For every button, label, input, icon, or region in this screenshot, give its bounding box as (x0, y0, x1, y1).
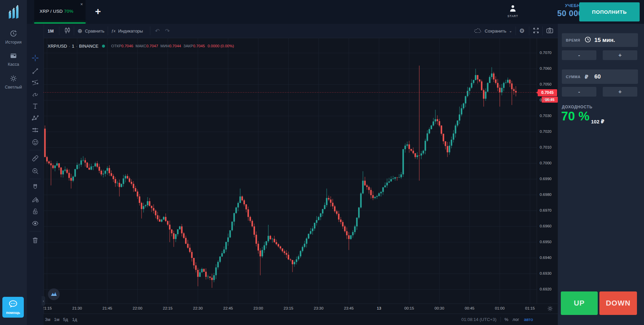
brush-tool[interactable] (30, 90, 41, 99)
up-button[interactable]: UP (561, 291, 598, 315)
range-3m-button[interactable]: 3м (45, 317, 50, 322)
hide-drawings-tool[interactable] (30, 219, 41, 229)
price-tick-label: 0.6980 (540, 193, 551, 197)
amount-plus-button[interactable]: + (603, 87, 637, 97)
zoom-in-tool[interactable] (30, 167, 41, 176)
sidebar-item-history[interactable]: История (0, 30, 27, 45)
candle (217, 260, 219, 270)
redo-button[interactable]: ↷ (165, 24, 170, 38)
candle (109, 165, 110, 176)
candle (93, 166, 94, 170)
chart-toolbar: 1M ⊕ Сравнить ƒx Индикаторы ↶ ↷ (44, 24, 558, 38)
save-layout-button[interactable]: Сохранить ⌄ (474, 24, 512, 38)
watermark-logo-button[interactable] (48, 288, 60, 300)
candle (151, 206, 153, 212)
indicators-button[interactable]: ƒx Индикаторы (111, 24, 143, 38)
candle (304, 241, 306, 248)
candle (264, 242, 265, 253)
remove-drawings-tool[interactable] (30, 236, 41, 246)
candle (159, 216, 161, 222)
time-plus-button[interactable]: + (603, 50, 637, 60)
time-axis[interactable]: 21:1521:3021:4522:0022:1522:3022:4523:00… (44, 304, 558, 314)
amount-minus-button[interactable]: - (562, 87, 596, 97)
candle (360, 192, 362, 209)
price-tick-label: 0.7050 (540, 82, 551, 86)
toolbar-separator (516, 26, 516, 35)
expiry-time-field[interactable]: ВРЕМЯ 15 мин. (562, 33, 638, 47)
candle (501, 84, 503, 96)
candle (310, 228, 312, 235)
candle (62, 170, 64, 177)
candle (340, 217, 342, 224)
legend-symbol[interactable]: XRP/USD (48, 44, 67, 49)
candle (181, 224, 183, 236)
account-avatar[interactable]: START (507, 4, 519, 18)
candle (402, 149, 404, 177)
compare-button[interactable]: ⊕ Сравнить (77, 24, 104, 38)
chart-style-button[interactable] (64, 24, 71, 38)
price-tick-label: 0.7000 (540, 161, 551, 165)
clock-utc[interactable]: 01:08:14 (UTC+3) (443, 317, 496, 322)
pattern-tool[interactable] (30, 114, 41, 123)
candle (491, 67, 493, 79)
magnet-icon (32, 183, 39, 192)
candle (445, 141, 446, 150)
text-icon (32, 102, 39, 111)
candle (231, 221, 233, 231)
price-axis[interactable]: 0.7045 00:45 0.70700.70600.70500.70400.7… (537, 38, 558, 304)
candle (455, 124, 457, 138)
candle (431, 125, 432, 129)
brand-logo-icon[interactable] (6, 3, 21, 21)
candle (187, 240, 189, 249)
candle (394, 177, 396, 180)
candle (227, 233, 229, 246)
screenshot-button[interactable] (546, 24, 553, 38)
trend-line-tool[interactable] (30, 67, 41, 76)
sidebar-item-theme[interactable]: Светлый (0, 74, 27, 90)
amount-field[interactable]: СУММА ₽ 60 (562, 69, 638, 84)
candle (282, 248, 283, 253)
session-sun-icon[interactable] (547, 306, 553, 313)
legend-exchange: BINANCE (79, 44, 99, 49)
candle (191, 250, 193, 261)
candle (87, 162, 88, 168)
crosshair-tool[interactable] (30, 54, 41, 63)
help-button[interactable]: помощь (2, 297, 24, 318)
gann-fib-tool[interactable] (30, 78, 41, 88)
undo-button[interactable]: ↶ (155, 24, 160, 38)
measure-tool[interactable] (30, 154, 41, 164)
eye-icon (32, 220, 39, 228)
candle (316, 216, 318, 225)
range-5d-button[interactable]: 5д (63, 317, 68, 322)
deposit-button[interactable]: ПОПОЛНИТЬ (579, 2, 640, 21)
add-asset-button[interactable]: + (91, 3, 105, 19)
time-minus-button[interactable]: - (562, 50, 596, 60)
candle (76, 163, 78, 169)
auto-scale-button[interactable]: авто (524, 317, 533, 322)
candle (199, 269, 201, 277)
low-label: МИН (160, 44, 169, 48)
asset-tab[interactable]: XRP / USD70% × (34, 0, 86, 23)
log-scale-button[interactable]: лог (513, 317, 519, 322)
emoji-tool[interactable] (30, 138, 41, 148)
down-button[interactable]: DOWN (599, 291, 637, 315)
stay-in-drawing-mode-tool[interactable] (30, 195, 41, 205)
interval-button[interactable]: 1M (48, 24, 54, 38)
candle (258, 241, 259, 254)
percent-scale-button[interactable]: % (504, 317, 508, 322)
sidebar-item-label: Касса (0, 62, 27, 67)
range-1m-button[interactable]: 1м (54, 317, 59, 322)
text-tool[interactable] (30, 102, 41, 111)
candle (133, 181, 135, 192)
chart-settings-button[interactable]: ⚙ (519, 24, 525, 38)
lock-drawings-tool[interactable] (30, 207, 41, 217)
forecast-tool[interactable] (30, 126, 41, 136)
fullscreen-button[interactable] (533, 24, 539, 38)
range-1d-button[interactable]: 1д (72, 317, 77, 322)
candlestick-chart[interactable] (44, 38, 537, 304)
candle (314, 223, 316, 231)
close-tab-icon[interactable]: × (80, 2, 83, 7)
magnet-tool[interactable] (30, 183, 41, 193)
sidebar-item-cashier[interactable]: Касса (0, 52, 27, 67)
candle (435, 110, 436, 124)
